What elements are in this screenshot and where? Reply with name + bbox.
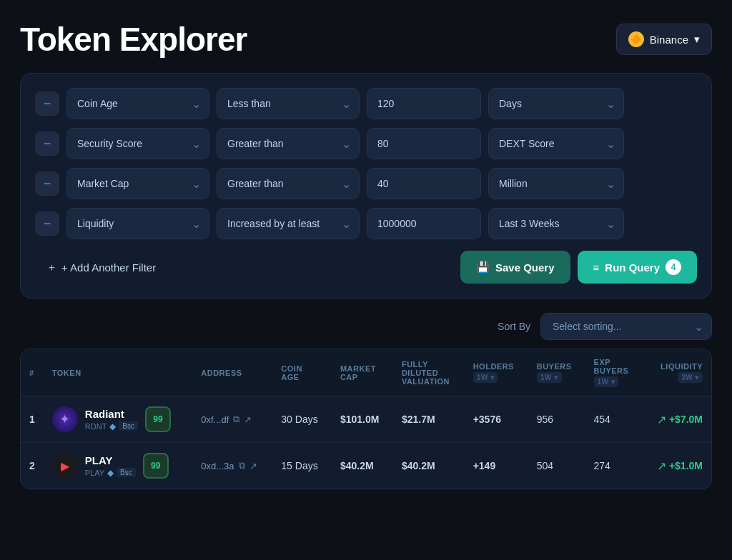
- filter-3-field-wrapper: Coin AgeSecurity ScoreMarket CapLiquidit…: [66, 168, 209, 199]
- filter-row-2: −Coin AgeSecurity ScoreMarket CapLiquidi…: [35, 128, 697, 159]
- filter-actions: ＋ + Add Another Filter 💾 Save Query ≡ Ru…: [35, 251, 697, 284]
- exchange-selector[interactable]: 🔶 Binance ▾: [616, 24, 712, 55]
- filter-3-condition-select[interactable]: Less thanGreater thanEqual toIncreased b…: [217, 168, 360, 199]
- col-fdv: FULLYDILUTEDVALUATION: [393, 349, 465, 396]
- filter-1-field-wrapper: Coin AgeSecurity ScoreMarket CapLiquidit…: [66, 88, 209, 119]
- filter-4-unit-select[interactable]: Last 3 WeeksLast 1 WeekLast 1 MonthUSD: [488, 208, 624, 239]
- filter-4-field-select[interactable]: Coin AgeSecurity ScoreMarket CapLiquidit…: [66, 208, 209, 239]
- filter-3-unit-select[interactable]: MillionBillionUSD: [488, 168, 624, 199]
- exp-buyers-cell: 454: [585, 396, 643, 443]
- address-text: 0xd...3a: [201, 461, 234, 471]
- save-query-label: Save Query: [495, 261, 555, 274]
- table-header-row: # TOKEN ADDRESS COINAGE MARKETCAP FULLYD…: [21, 349, 711, 396]
- filter-icon: ≡: [593, 261, 600, 274]
- liquidity-filter[interactable]: 3W ▾: [678, 372, 703, 383]
- table-row[interactable]: 2 ▶ PLAY PLAY ◆ Bsc 99 0xd...3a ⧉: [21, 443, 711, 489]
- remove-filter-1-button[interactable]: −: [35, 91, 59, 116]
- token-name: PLAY: [85, 454, 136, 466]
- token-logo: ▶: [52, 453, 78, 479]
- filter-2-value-input[interactable]: [367, 128, 481, 159]
- col-buyers: BUYERS 1W ▾: [528, 349, 585, 396]
- holders-filter[interactable]: 1W ▾: [473, 372, 498, 383]
- filter-2-unit-wrapper: DEXT Score: [488, 128, 624, 159]
- filter-2-condition-wrapper: Less thanGreater thanEqual toIncreased b…: [217, 128, 360, 159]
- filter-2-field-select[interactable]: Coin AgeSecurity ScoreMarket CapLiquidit…: [66, 128, 209, 159]
- exchange-name: Binance: [650, 34, 688, 46]
- col-holders: HOLDERS 1W ▾: [465, 349, 528, 396]
- col-market-cap: MARKETCAP: [332, 349, 393, 396]
- sort-select[interactable]: Select sorting...: [540, 313, 712, 340]
- table-header: # TOKEN ADDRESS COINAGE MARKETCAP FULLYD…: [21, 349, 711, 396]
- liquidity-cell: ↗ +$7.0M: [642, 396, 711, 443]
- filter-4-field-wrapper: Coin AgeSecurity ScoreMarket CapLiquidit…: [66, 208, 209, 239]
- token-cell: ▶ PLAY PLAY ◆ Bsc 99: [44, 443, 192, 489]
- results-table-container: # TOKEN ADDRESS COINAGE MARKETCAP FULLYD…: [20, 349, 712, 489]
- liquidity-value: +$1.0M: [669, 460, 703, 471]
- add-filter-button[interactable]: ＋ + Add Another Filter: [35, 254, 167, 281]
- filter-4-condition-select[interactable]: Less thanGreater thanEqual toIncreased b…: [217, 208, 360, 239]
- filter-row-1: −Coin AgeSecurity ScoreMarket CapLiquidi…: [35, 88, 697, 119]
- filter-3-unit-wrapper: MillionBillionUSD: [488, 168, 624, 199]
- token-info: PLAY PLAY ◆ Bsc: [85, 454, 136, 478]
- copy-icon[interactable]: ⧉: [239, 460, 245, 471]
- filter-row-3: −Coin AgeSecurity ScoreMarket CapLiquidi…: [35, 168, 697, 199]
- filter-4-value-input[interactable]: [367, 208, 481, 239]
- filter-4-unit-wrapper: Last 3 WeeksLast 1 WeekLast 1 MonthUSD: [488, 208, 624, 239]
- holders-cell: +3576: [465, 396, 528, 443]
- filter-2-field-wrapper: Coin AgeSecurity ScoreMarket CapLiquidit…: [66, 128, 209, 159]
- external-link-icon[interactable]: ↗: [244, 414, 252, 425]
- security-score-badge: 99: [143, 453, 169, 479]
- filter-2-unit-select[interactable]: DEXT Score: [488, 128, 624, 159]
- col-coin-age: COINAGE: [272, 349, 332, 396]
- remove-filter-2-button[interactable]: −: [35, 131, 59, 156]
- external-link-icon[interactable]: ↗: [249, 461, 257, 471]
- fdv-cell: $40.2M: [393, 443, 465, 489]
- filter-panel: −Coin AgeSecurity ScoreMarket CapLiquidi…: [20, 73, 712, 299]
- filter-1-field-select[interactable]: Coin AgeSecurity ScoreMarket CapLiquidit…: [66, 88, 209, 119]
- col-liquidity: LIQUIDITY 3W ▾: [642, 349, 711, 396]
- save-query-button[interactable]: 💾 Save Query: [460, 251, 570, 284]
- token-cell: ✦ Radiant RDNT ◆ Bsc 99: [44, 396, 192, 443]
- market-cap-cell: $40.2M: [332, 443, 393, 489]
- filter-1-condition-wrapper: Less thanGreater thanEqual toIncreased b…: [217, 88, 360, 119]
- col-address: ADDRESS: [192, 349, 272, 396]
- filter-1-unit-wrapper: DaysWeeksMonths: [488, 88, 624, 119]
- page-title: Token Explorer: [20, 20, 247, 59]
- filter-1-value-input[interactable]: [367, 88, 481, 119]
- results-table: # TOKEN ADDRESS COINAGE MARKETCAP FULLYD…: [21, 349, 711, 489]
- liquidity-arrow-icon: ↗: [657, 459, 666, 473]
- filter-2-condition-select[interactable]: Less thanGreater thanEqual toIncreased b…: [217, 128, 360, 159]
- address-text: 0xf...df: [201, 414, 229, 425]
- run-query-count: 4: [666, 259, 681, 275]
- buyers-filter[interactable]: 1W ▾: [537, 372, 562, 383]
- fdv-cell: $21.7M: [393, 396, 465, 443]
- exp-buyers-filter[interactable]: 1W ▾: [594, 376, 619, 387]
- token-logo: ✦: [52, 406, 78, 432]
- exchange-icon: 🔶: [628, 31, 644, 47]
- filter-3-field-select[interactable]: Coin AgeSecurity ScoreMarket CapLiquidit…: [66, 168, 209, 199]
- col-token: TOKEN: [44, 349, 192, 396]
- filter-1-unit-select[interactable]: DaysWeeksMonths: [488, 88, 624, 119]
- token-ticker: RDNT: [85, 422, 107, 431]
- address-cell: 0xd...3a ⧉ ↗: [192, 443, 272, 489]
- security-score-badge: 99: [145, 406, 171, 432]
- query-action-buttons: 💾 Save Query ≡ Run Query 4: [460, 251, 697, 284]
- buyers-cell: 956: [528, 396, 585, 443]
- save-icon: 💾: [476, 261, 490, 274]
- table-body: 1 ✦ Radiant RDNT ◆ Bsc 99 0xf...df ⧉: [21, 396, 711, 489]
- row-number: 2: [21, 443, 44, 489]
- col-num: #: [21, 349, 44, 396]
- filter-4-condition-wrapper: Less thanGreater thanEqual toIncreased b…: [217, 208, 360, 239]
- sort-select-wrapper[interactable]: Select sorting...: [540, 313, 712, 340]
- remove-filter-3-button[interactable]: −: [35, 171, 59, 196]
- remove-filter-4-button[interactable]: −: [35, 211, 59, 236]
- chevron-down-icon: ▾: [694, 33, 700, 46]
- table-row[interactable]: 1 ✦ Radiant RDNT ◆ Bsc 99 0xf...df ⧉: [21, 396, 711, 443]
- add-filter-label: + Add Another Filter: [61, 261, 156, 274]
- token-ticker: PLAY: [85, 469, 104, 477]
- liquidity-cell: ↗ +$1.0M: [642, 443, 711, 489]
- copy-icon[interactable]: ⧉: [233, 414, 239, 425]
- run-query-button[interactable]: ≡ Run Query 4: [578, 251, 697, 284]
- filter-1-condition-select[interactable]: Less thanGreater thanEqual toIncreased b…: [217, 88, 360, 119]
- filter-3-value-input[interactable]: [367, 168, 481, 199]
